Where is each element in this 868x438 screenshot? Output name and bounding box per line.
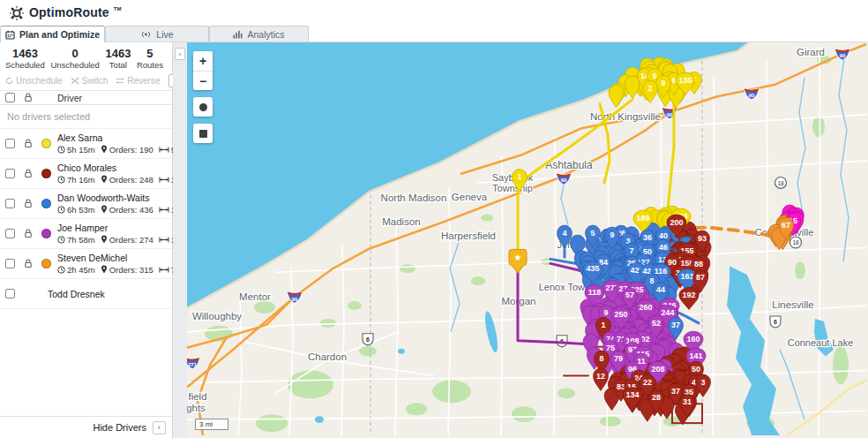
svg-text:★: ★ [514, 253, 522, 262]
map-graphics: GirardNorth KingsvilleAshtabulaSaybrookT… [187, 42, 867, 438]
svg-text:90: 90 [292, 297, 298, 302]
lock-icon[interactable] [24, 229, 33, 238]
marker-number: 31 [683, 397, 692, 406]
marker-number: 8 [649, 276, 654, 285]
distance-icon [159, 177, 169, 183]
switch-icon [71, 77, 79, 85]
town-label: Ashtabula [545, 159, 593, 171]
driver-row[interactable]: Joe Hamper 7h 58m Orders: 274 147mi [0, 219, 172, 249]
distance-icon [159, 147, 169, 153]
marker-number: 36 [643, 233, 652, 242]
driver-checkbox[interactable] [5, 289, 15, 298]
draw-polygon-button[interactable] [193, 97, 213, 117]
calendar-icon [5, 30, 15, 40]
zoom-out-button[interactable]: − [193, 71, 213, 90]
marker-number: 134 [625, 391, 639, 400]
lock-icon[interactable] [24, 169, 33, 178]
driver-info: Steven DeMichel 2h 45m Orders: 315 70mi [57, 253, 189, 275]
svg-text:90: 90 [667, 112, 673, 117]
map-pin-icon [101, 265, 108, 274]
marker-number: 75 [606, 344, 615, 352]
reverse-icon [116, 77, 124, 85]
svg-text:90: 90 [561, 177, 567, 183]
driver-checkbox[interactable] [5, 139, 15, 148]
clock-icon [57, 236, 65, 244]
driver-color-dot [41, 139, 51, 148]
logo: OptimoRoute TM [9, 5, 122, 21]
marker-number: 37 [671, 321, 680, 329]
tab-analytics[interactable]: Analytics [209, 26, 309, 42]
polygon-icon [199, 103, 207, 111]
town-label: ghts [187, 403, 206, 413]
marker-number: 28 [652, 394, 661, 403]
marker-number: 37 [671, 387, 680, 396]
town-label: North Madison [381, 193, 447, 203]
collapse-panel-button[interactable]: ‹ [153, 421, 166, 434]
town-label: North Kingsville [590, 111, 661, 122]
park-area [557, 388, 575, 398]
driver-orders: Orders: 274 [109, 235, 153, 245]
park-area [471, 276, 485, 285]
zoom-controls: + − [193, 51, 213, 90]
stat-value: 1463 [5, 47, 45, 60]
marker-number: 44 [656, 285, 665, 294]
marker-number: 9 [661, 79, 665, 87]
lock-icon [24, 93, 33, 102]
driver-checkbox[interactable] [5, 169, 15, 178]
marker-number: 88 [694, 261, 703, 269]
marker-number: 46 [659, 243, 668, 252]
driver-duration: 6h 53m [67, 205, 95, 215]
driver-checkbox[interactable] [5, 199, 15, 208]
zoom-in-button[interactable]: + [193, 51, 213, 71]
tab-label: Live [156, 29, 173, 40]
road-shield-us: 6 [770, 316, 781, 328]
map-pin-icon [101, 205, 108, 214]
park-area [256, 414, 288, 432]
marker-number: 40 [659, 231, 668, 240]
draw-rectangle-button[interactable] [193, 124, 213, 143]
map-pin-icon [101, 235, 108, 244]
switch-label: Switch [82, 76, 108, 86]
switch-button[interactable]: Switch [71, 76, 108, 86]
unschedule-button[interactable]: Unschedule [5, 76, 63, 86]
stat-value: 5 [137, 47, 163, 60]
svg-text:271: 271 [188, 362, 198, 367]
driver-checkbox[interactable] [5, 229, 15, 238]
marker-number: 7 [629, 246, 633, 255]
driver-row[interactable]: Steven DeMichel 2h 45m Orders: 315 70mi [0, 249, 172, 279]
lock-icon[interactable] [24, 199, 33, 208]
driver-name: Alex Sarna [57, 132, 189, 144]
expand-panel-button[interactable]: › [175, 48, 185, 60]
driver-color-dot [41, 169, 51, 178]
driver-checkbox[interactable] [5, 259, 15, 268]
driver-row[interactable]: Todd Dresnek [0, 279, 172, 309]
driver-row[interactable]: Dan Woodworth-Waits 6h 53m Orders: 436 1… [0, 189, 172, 219]
tab-plan-and-optimize[interactable]: Plan and Optimize [0, 26, 105, 42]
marker-number: 5 [590, 229, 595, 238]
select-all-checkbox[interactable] [5, 93, 15, 102]
marker-number: 50 [692, 365, 700, 374]
svg-text:90: 90 [840, 53, 846, 58]
no-drivers-message: No drivers selected [0, 105, 172, 129]
town-label: Conneaut Lake [788, 337, 854, 348]
lock-icon[interactable] [24, 139, 33, 148]
main-content: 1463 Scheduled 0 Unscheduled 1463 Total … [0, 42, 868, 438]
map-canvas[interactable]: GirardNorth KingsvilleAshtabulaSaybrookT… [187, 42, 868, 438]
clock-icon [57, 146, 65, 154]
reverse-label: Reverse [127, 76, 160, 86]
driver-table-header: Driver [0, 90, 172, 105]
stat-label: Total [105, 60, 131, 70]
lock-icon[interactable] [24, 259, 33, 268]
driver-stats: 5h 15m Orders: 190 92mi [57, 145, 189, 155]
reverse-button[interactable]: Reverse [116, 76, 160, 86]
driver-name: Todd Dresnek [48, 289, 105, 299]
driver-row[interactable]: Chico Morales 7h 16m Orders: 248 150mi [0, 159, 172, 189]
road-shield-circle: 18 [790, 237, 802, 248]
driver-duration: 7h 58m [67, 235, 95, 245]
marker-number: 250 [614, 310, 627, 319]
stat-total: 1463 Total [105, 47, 131, 70]
driver-row[interactable]: Alex Sarna 5h 15m Orders: 190 92mi [0, 129, 172, 159]
road-shield-us: 6 [363, 334, 373, 345]
tab-live[interactable]: Live [105, 26, 209, 42]
hide-drivers-link[interactable]: Hide Drivers [93, 422, 146, 433]
